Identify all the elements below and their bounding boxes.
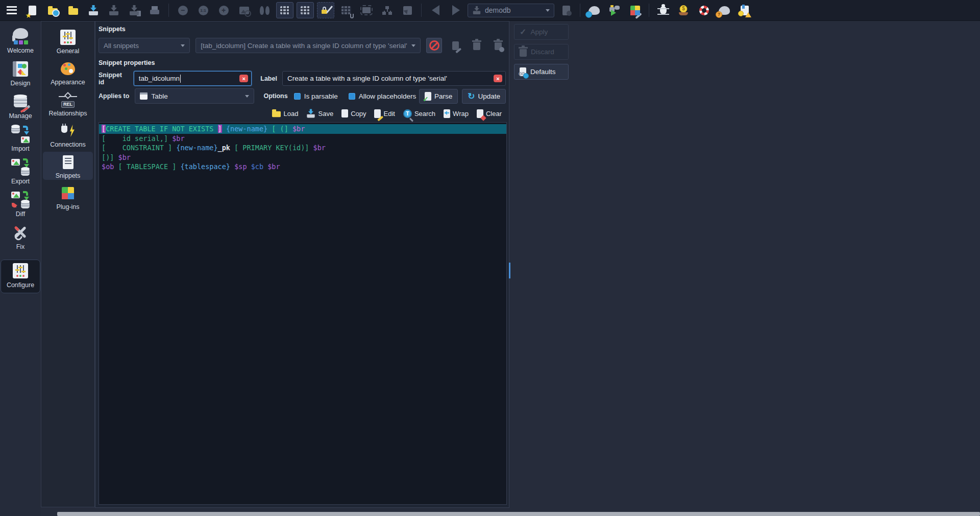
activity-item-manage[interactable]: Manage: [1, 91, 40, 124]
activity-item-fix[interactable]: Fix: [1, 222, 40, 254]
panel-splitter-handle[interactable]: [509, 263, 510, 278]
copy-button[interactable]: Copy: [341, 109, 366, 118]
activity-item-label: Import: [11, 145, 29, 152]
toolbar-separator: [168, 4, 169, 17]
general-icon: [59, 29, 77, 46]
zoom-original-icon: 1:1: [194, 2, 212, 18]
delete-all-icon: [495, 42, 502, 50]
connections-settings-icon[interactable]: [606, 2, 623, 18]
settings-nav-connections[interactable]: Connections: [43, 121, 93, 149]
forward-icon: [447, 2, 464, 18]
update-icon: [468, 92, 475, 101]
toolbar-separator: [580, 4, 580, 17]
snippet-editor[interactable]: [CREATE TABLE IF NOT EXISTS ] {new-name}…: [99, 122, 507, 505]
about-icon[interactable]: [716, 2, 733, 18]
plugins-icon: [59, 184, 77, 202]
allow-placeholders-label: Allow placeholders: [359, 92, 416, 100]
save-button[interactable]: Save: [306, 108, 333, 119]
load-button[interactable]: Load: [272, 110, 299, 118]
snippet-filter-dropdown[interactable]: All snippets: [99, 38, 190, 53]
text-caret: [180, 75, 181, 83]
relationships-icon: REL: [59, 91, 77, 108]
defaults-button[interactable]: Defaults: [514, 64, 569, 80]
open-model-icon[interactable]: [64, 2, 82, 18]
settings-nav-label: Relationships: [48, 110, 87, 117]
fix-icon: [11, 224, 30, 241]
settings-nav-label: Appearance: [51, 79, 85, 86]
delete-snippet-button: [469, 38, 485, 53]
delete-icon: [473, 42, 480, 50]
show-grid-icon[interactable]: [276, 2, 293, 18]
activity-item-welcome[interactable]: Welcome: [1, 26, 40, 58]
appearance-icon: [59, 60, 77, 77]
snippets-section-title: Snippets: [99, 26, 126, 33]
activity-item-label: Design: [11, 80, 31, 87]
settings-nav-snippets[interactable]: Snippets: [43, 152, 93, 180]
applies-to-value: Table: [151, 92, 167, 100]
pgmodeler-configuration-window: 1:1 demodb Welcome: [0, 0, 980, 516]
allow-placeholders-checkbox[interactable]: [349, 93, 355, 100]
snippet-filter-value: All snippets: [104, 42, 139, 50]
settings-nav-appearance[interactable]: Appearance: [43, 58, 93, 86]
label-label: Label: [260, 75, 277, 82]
settings-nav-plugins[interactable]: Plug-ins: [43, 183, 93, 211]
donate-icon[interactable]: [675, 2, 692, 18]
activity-item-diff[interactable]: Diff: [1, 189, 40, 222]
back-icon: [427, 2, 444, 18]
edit-protection-icon[interactable]: [317, 2, 334, 18]
activity-bar: Welcome Design Manage Import Export Diff…: [0, 21, 41, 516]
sql-tool-icon[interactable]: [585, 2, 603, 18]
editor-toolbar: Load Save Copy Edit Search Wrap: [272, 106, 502, 121]
parse-button[interactable]: Parse: [419, 89, 458, 104]
search-button[interactable]: Search: [403, 109, 435, 118]
discard-button: Discard: [514, 44, 569, 60]
edit-icon: [374, 109, 381, 118]
horizontal-scrollbar[interactable]: [57, 512, 980, 516]
edit-button[interactable]: Edit: [374, 109, 395, 118]
license-icon[interactable]: [736, 2, 753, 18]
print-icon: [146, 2, 163, 18]
settings-nav-relationships[interactable]: REL Relationships: [43, 89, 93, 118]
applies-to-dropdown[interactable]: Table: [135, 88, 254, 104]
activity-item-import[interactable]: Import: [1, 124, 40, 156]
label-value: Create a table with a single ID column o…: [287, 75, 447, 82]
main-menu-icon[interactable]: [3, 2, 20, 18]
update-button[interactable]: Update: [462, 89, 506, 104]
open-recent-icon[interactable]: [44, 2, 61, 18]
snippet-select-dropdown[interactable]: [tab_idcolumn] Create a table with a sin…: [195, 38, 421, 53]
settings-nav-label: General: [57, 48, 79, 55]
clear-icon: [477, 109, 483, 118]
snippet-select-value: [tab_idcolumn] Create a table with a sin…: [201, 42, 407, 50]
design-icon: [11, 60, 30, 78]
snippet-properties-title: Snippet properties: [99, 59, 155, 66]
cancel-edit-button[interactable]: [426, 38, 442, 53]
model-selector[interactable]: demodb: [468, 4, 554, 17]
clear-label-icon[interactable]: [494, 75, 502, 82]
save-model-icon[interactable]: [85, 2, 102, 18]
snippet-id-input[interactable]: tab_idcolumn: [134, 71, 252, 86]
code-line: $ob [ TABLESPACE ] {tablespace} $sp $cb …: [99, 162, 506, 172]
chevron-down-icon: [546, 9, 550, 12]
configure-icon: [11, 262, 30, 279]
new-model-icon[interactable]: [23, 2, 41, 18]
delete-all-snippets-button: [490, 38, 506, 53]
align-grid-icon[interactable]: [297, 2, 314, 18]
settings-nav-label: Plug-ins: [56, 203, 79, 210]
label-input[interactable]: Create a table with a single ID column o…: [282, 71, 506, 86]
support-icon[interactable]: [695, 2, 713, 18]
objects-diagram-icon: [378, 2, 396, 18]
clear-snippet-id-icon[interactable]: [239, 75, 248, 82]
is-parsable-checkbox[interactable]: [294, 93, 301, 100]
bug-report-icon[interactable]: [654, 2, 672, 18]
plugins-settings-icon[interactable]: [626, 2, 644, 18]
defaults-icon: [520, 67, 526, 76]
snippet-editor-code: [CREATE TABLE IF NOT EXISTS ] {new-name}…: [99, 124, 506, 172]
activity-item-export[interactable]: Export: [1, 156, 40, 189]
clear-button[interactable]: Clear: [477, 109, 502, 118]
activity-item-label: Fix: [16, 243, 25, 250]
wrap-button[interactable]: Wrap: [444, 109, 469, 118]
settings-nav-label: Snippets: [56, 172, 81, 179]
activity-item-configure[interactable]: Configure: [1, 260, 40, 293]
settings-nav-general[interactable]: General: [43, 27, 93, 55]
activity-item-design[interactable]: Design: [1, 58, 40, 91]
